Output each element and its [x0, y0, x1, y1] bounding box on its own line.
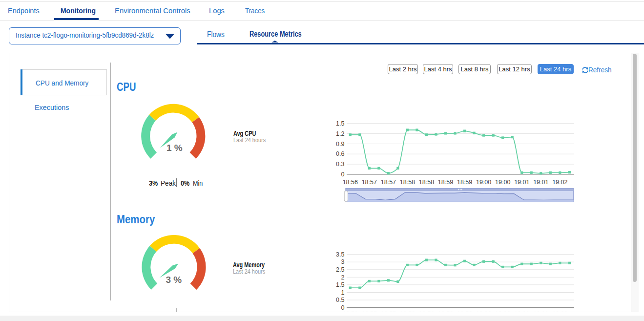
svg-text:18:57: 18:57	[381, 311, 396, 318]
svg-text:0.9: 0.9	[336, 141, 344, 148]
svg-text:18:58: 18:58	[419, 179, 434, 186]
svg-text:2: 2	[341, 274, 345, 281]
svg-text:18:57: 18:57	[362, 179, 377, 186]
svg-text:19:01: 19:01	[533, 179, 548, 186]
svg-text:19:00: 19:00	[495, 311, 510, 318]
svg-text:1.5: 1.5	[336, 120, 344, 127]
svg-text:19:01: 19:01	[533, 311, 548, 318]
svg-text:0: 0	[341, 171, 345, 178]
svg-text:0.6: 0.6	[336, 150, 344, 157]
svg-text:18:56: 18:56	[343, 311, 358, 318]
svg-text:0.5: 0.5	[336, 297, 344, 303]
svg-text:19:01: 19:01	[514, 311, 529, 318]
svg-text:18:59: 18:59	[438, 179, 453, 186]
svg-text:19:02: 19:02	[552, 311, 567, 318]
svg-text:1.5: 1.5	[336, 281, 344, 288]
svg-text:18:59: 18:59	[438, 311, 453, 318]
svg-text:1.2: 1.2	[336, 130, 344, 137]
svg-text:19:00: 19:00	[476, 311, 491, 318]
svg-text:18:57: 18:57	[381, 179, 396, 186]
svg-text:19:00: 19:00	[495, 179, 510, 186]
svg-text:19:00: 19:00	[476, 179, 491, 186]
svg-text:18:58: 18:58	[419, 311, 434, 318]
svg-text:19:02: 19:02	[552, 179, 567, 186]
svg-text:18:58: 18:58	[400, 311, 415, 318]
svg-text:2.5: 2.5	[336, 266, 344, 273]
svg-text:18:57: 18:57	[362, 311, 377, 318]
svg-text:18:56: 18:56	[343, 179, 358, 186]
svg-text:3.5: 3.5	[336, 251, 344, 258]
svg-text:18:59: 18:59	[457, 179, 472, 186]
svg-text:18:58: 18:58	[400, 179, 415, 186]
svg-text:3: 3	[341, 258, 345, 265]
svg-text:1: 1	[341, 289, 345, 296]
svg-text:19:01: 19:01	[514, 179, 529, 186]
svg-text:0.3: 0.3	[336, 161, 344, 168]
svg-text:18:59: 18:59	[457, 311, 472, 318]
